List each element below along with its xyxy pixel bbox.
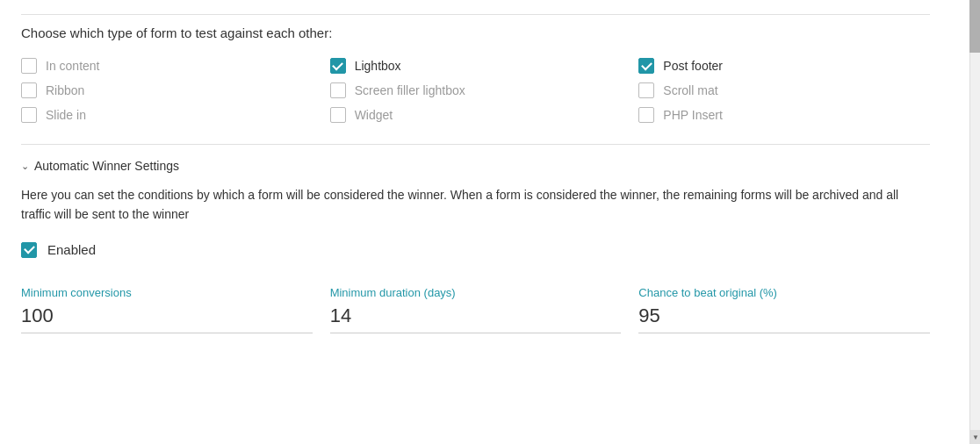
- field-label-chance-to-beat: Chance to beat original (%): [638, 286, 930, 299]
- checkbox-slide-in[interactable]: [21, 107, 37, 123]
- section-divider: [21, 144, 930, 145]
- checkbox-label-lightbox: Lightbox: [355, 59, 401, 73]
- auto-winner-description: Here you can set the conditions by which…: [21, 185, 930, 225]
- checkbox-grid: In content Lightbox Post footer Ribbon S…: [21, 58, 930, 123]
- checkbox-lightbox[interactable]: [330, 58, 346, 74]
- checkbox-item-slide-in[interactable]: Slide in: [21, 107, 313, 123]
- field-group-min-duration: Minimum duration (days) 14: [330, 286, 622, 333]
- scrollbar-thumb[interactable]: [969, 0, 980, 53]
- scrollbar-track: ▲ ▼: [969, 0, 980, 444]
- checkbox-item-screen-filler[interactable]: Screen filler lightbox: [330, 82, 622, 98]
- field-label-min-conversions: Minimum conversions: [21, 286, 313, 299]
- checkbox-post-footer[interactable]: [638, 58, 654, 74]
- checkbox-label-widget: Widget: [355, 108, 393, 122]
- field-value-min-conversions[interactable]: 100: [21, 304, 313, 333]
- checkbox-item-lightbox[interactable]: Lightbox: [330, 58, 622, 74]
- enabled-label: Enabled: [47, 242, 96, 257]
- scrollbar-arrow-down[interactable]: ▼: [970, 430, 980, 444]
- checkbox-item-widget[interactable]: Widget: [330, 107, 622, 123]
- fields-row: Minimum conversions 100 Minimum duration…: [21, 286, 930, 333]
- checkbox-php-insert[interactable]: [638, 107, 654, 123]
- checkbox-item-php-insert[interactable]: PHP Insert: [638, 107, 930, 123]
- field-group-min-conversions: Minimum conversions 100: [21, 286, 313, 333]
- field-group-chance-to-beat: Chance to beat original (%) 95: [638, 286, 930, 333]
- checkbox-item-post-footer[interactable]: Post footer: [638, 58, 930, 74]
- checkbox-in-content[interactable]: [21, 58, 37, 74]
- checkbox-label-php-insert: PHP Insert: [663, 108, 722, 122]
- checkbox-label-slide-in: Slide in: [46, 108, 86, 122]
- chevron-down-icon: ⌄: [21, 161, 29, 172]
- checkbox-screen-filler[interactable]: [330, 82, 346, 98]
- field-label-min-duration: Minimum duration (days): [330, 286, 622, 299]
- intro-text: Choose which type of form to test agains…: [21, 14, 930, 40]
- checkbox-label-in-content: In content: [46, 59, 100, 73]
- checkbox-ribbon[interactable]: [21, 82, 37, 98]
- checkbox-item-scroll-mat[interactable]: Scroll mat: [638, 82, 930, 98]
- field-value-chance-to-beat[interactable]: 95: [638, 304, 930, 333]
- main-content: Choose which type of form to test agains…: [0, 0, 951, 444]
- checkbox-label-ribbon: Ribbon: [46, 83, 84, 97]
- checkbox-label-post-footer: Post footer: [663, 59, 723, 73]
- checkbox-enabled[interactable]: [21, 242, 37, 258]
- checkbox-scroll-mat[interactable]: [638, 82, 654, 98]
- checkbox-item-ribbon[interactable]: Ribbon: [21, 82, 313, 98]
- checkbox-widget[interactable]: [330, 107, 346, 123]
- enabled-row: Enabled: [21, 242, 930, 258]
- auto-winner-title: Automatic Winner Settings: [34, 159, 179, 173]
- checkbox-label-scroll-mat: Scroll mat: [663, 83, 717, 97]
- checkbox-item-in-content[interactable]: In content: [21, 58, 313, 74]
- checkbox-label-screen-filler: Screen filler lightbox: [355, 83, 465, 97]
- field-value-min-duration[interactable]: 14: [330, 304, 622, 333]
- auto-winner-section: ⌄ Automatic Winner Settings Here you can…: [21, 159, 930, 258]
- auto-winner-header[interactable]: ⌄ Automatic Winner Settings: [21, 159, 930, 173]
